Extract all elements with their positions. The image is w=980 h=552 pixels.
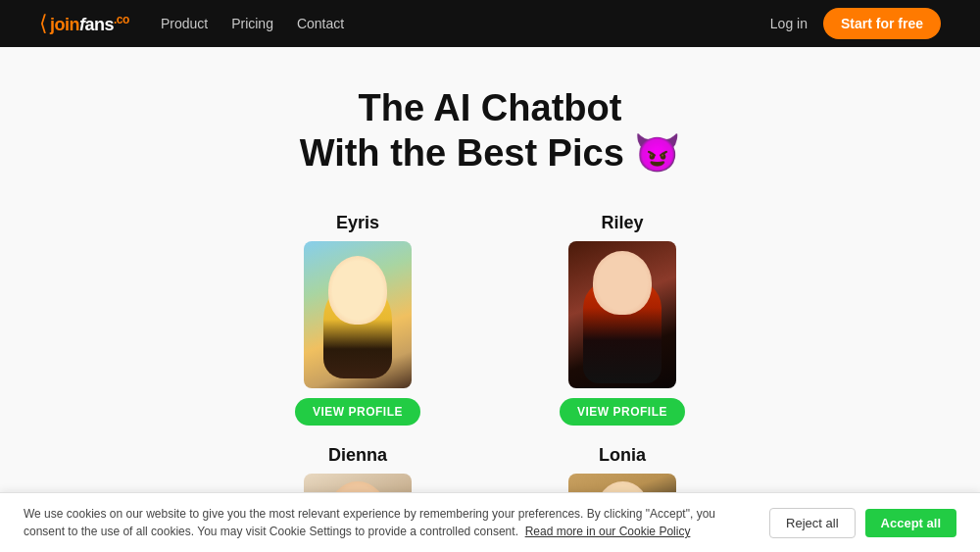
hero-title: The AI Chatbot With the Best Pics 😈 <box>20 86 960 176</box>
logo-icon: ⟨ <box>39 11 48 36</box>
cookie-text: We use cookies on our website to give yo… <box>24 505 750 540</box>
cookie-banner: We use cookies on our website to give yo… <box>0 492 980 552</box>
login-button[interactable]: Log in <box>770 16 808 31</box>
view-profile-riley-button[interactable]: VIEW PROFILE <box>560 398 685 426</box>
nav-pricing[interactable]: Pricing <box>231 16 273 31</box>
nav-links: Product Pricing Contact <box>161 16 344 31</box>
logo-text: joinfans.co <box>50 13 129 35</box>
reject-cookies-button[interactable]: Reject all <box>769 508 855 538</box>
accept-cookies-button[interactable]: Accept all <box>865 509 956 537</box>
profile-card-riley: Riley VIEW PROFILE <box>519 213 725 426</box>
nav-product[interactable]: Product <box>161 16 208 31</box>
navbar-left: ⟨ joinfans.co Product Pricing Contact <box>39 11 344 36</box>
profile-name-riley: Riley <box>601 213 643 233</box>
profile-image-eyris <box>304 241 412 388</box>
profile-name-lonia: Lonia <box>599 445 646 466</box>
logo: ⟨ joinfans.co <box>39 11 129 36</box>
cookie-buttons: Reject all Accept all <box>769 508 956 538</box>
view-profile-eyris-button[interactable]: VIEW PROFILE <box>295 398 420 426</box>
hero-section: The AI Chatbot With the Best Pics 😈 <box>0 47 980 185</box>
navbar: ⟨ joinfans.co Product Pricing Contact Lo… <box>0 0 980 47</box>
profile-card-eyris: Eyris VIEW PROFILE <box>255 213 461 426</box>
start-free-button[interactable]: Start for free <box>823 8 941 39</box>
profile-name-eyris: Eyris <box>336 213 379 233</box>
nav-contact[interactable]: Contact <box>297 16 344 31</box>
profile-name-dienna: Dienna <box>328 445 387 466</box>
navbar-right: Log in Start for free <box>770 8 941 39</box>
profile-image-riley <box>568 241 676 388</box>
cookie-policy-link[interactable]: Read more in our Cookie Policy <box>525 525 691 538</box>
